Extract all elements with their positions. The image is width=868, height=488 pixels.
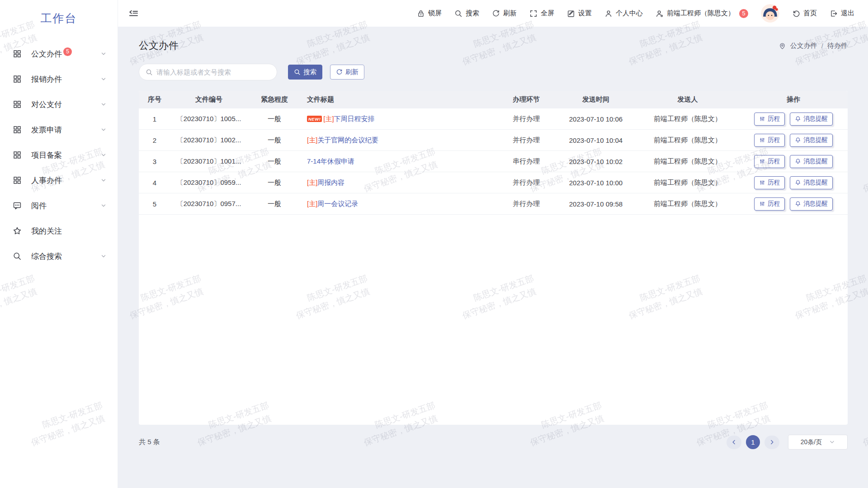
cell-urgency: 一般 (247, 130, 302, 150)
table-body: 1〔20230710〕1005...一般NEW![主]下周日程安排并行办理202… (139, 108, 848, 215)
logout-label: 退出 (841, 9, 854, 18)
history-button[interactable]: 历程 (754, 134, 785, 147)
lock-screen-button[interactable]: 锁屏 (417, 9, 442, 18)
refresh-icon (492, 9, 500, 18)
sidebar-item-label: 公文办件 (31, 49, 62, 59)
column-header-title: 文件标题 (302, 91, 497, 108)
cell-urgency: 一般 (247, 151, 302, 172)
history-button[interactable]: 历程 (754, 176, 785, 189)
action-label: 历程 (768, 136, 780, 144)
sliders-icon (759, 158, 765, 164)
document-title-link[interactable]: 周一会议记录 (317, 200, 358, 208)
current-page-button[interactable]: 1 (746, 435, 760, 449)
cell-actions: 历程消息提醒 (739, 108, 848, 129)
sidebar-item-3[interactable]: 对公支付 (0, 92, 118, 117)
sidebar-item-4[interactable]: 发票申请 (0, 117, 118, 142)
sidebar-item-9[interactable]: 综合搜索 (0, 244, 118, 269)
sidebar-item-6[interactable]: 人事办件 (0, 168, 118, 193)
refresh-button-label: 刷新 (345, 68, 359, 76)
sidebar-item-label: 人事办件 (31, 175, 62, 186)
message-remind-button[interactable]: 消息提醒 (790, 134, 833, 147)
lock-icon (417, 9, 425, 18)
personal-center-button[interactable]: 个人中心 (604, 9, 643, 18)
cell-title: [主]关于官网的会议纪要 (302, 130, 497, 150)
prev-page-button[interactable] (726, 436, 741, 449)
chevron-down-icon (100, 152, 107, 158)
chevron-left-icon (731, 439, 737, 445)
user-notification-badge: 5 (739, 9, 748, 18)
history-button[interactable]: 历程 (754, 197, 785, 211)
sidebar-item-label: 阅件 (31, 201, 47, 211)
total-count: 共 5 条 (139, 438, 160, 446)
message-remind-button[interactable]: 消息提醒 (790, 155, 833, 168)
bell-icon (795, 179, 801, 186)
global-search-button[interactable]: 搜索 (454, 9, 479, 18)
cell-doc_no: 〔20230710〕0959... (170, 172, 247, 193)
cell-actions: 历程消息提醒 (739, 172, 848, 193)
next-page-button[interactable] (764, 436, 779, 449)
cell-step: 并行办理 (497, 130, 556, 150)
sidebar-menu: 公文办件5报销办件对公支付发票申请项目备案人事办件阅件我的关注综合搜索 (0, 41, 118, 269)
document-title-link[interactable]: 关于官网的会议纪要 (317, 136, 378, 145)
avatar[interactable] (761, 4, 779, 23)
message-remind-button[interactable]: 消息提醒 (790, 113, 833, 126)
action-label: 历程 (768, 200, 780, 208)
breadcrumb-item-current[interactable]: 待办件 (827, 42, 848, 50)
document-title-link[interactable]: 7-14年休假申请 (307, 157, 354, 166)
grid-icon (13, 75, 22, 84)
pager: 1 (726, 435, 779, 449)
pager-zone: 1 20条/页 (726, 435, 848, 450)
page-refresh-button[interactable]: 刷新 (492, 9, 517, 18)
sidebar-item-5[interactable]: 项目备案 (0, 142, 118, 168)
sidebar-fold-icon[interactable] (128, 8, 139, 19)
cell-step: 并行办理 (497, 193, 556, 214)
location-pin-icon (778, 42, 786, 50)
chevron-down-icon (100, 202, 107, 209)
column-header-actions: 操作 (739, 91, 848, 108)
history-button[interactable]: 历程 (754, 113, 785, 126)
sidebar-item-8[interactable]: 我的关注 (0, 218, 118, 244)
topbar: 锁屏 搜索 刷新 全屏 设置 (118, 0, 868, 27)
sidebar-item-2[interactable]: 报销办件 (0, 66, 118, 92)
lock-screen-label: 锁屏 (428, 9, 442, 18)
table-row: 1〔20230710〕1005...一般NEW![主]下周日程安排并行办理202… (139, 108, 848, 130)
sidebar-item-badge: 5 (63, 47, 72, 56)
action-label: 历程 (768, 157, 780, 165)
app-root: 工作台 公文办件5报销办件对公支付发票申请项目备案人事办件阅件我的关注综合搜索 … (0, 0, 868, 488)
sidebar: 工作台 公文办件5报销办件对公支付发票申请项目备案人事办件阅件我的关注综合搜索 (0, 0, 118, 488)
chevron-down-icon (100, 127, 107, 133)
home-button[interactable]: 首页 (792, 9, 817, 18)
logout-button[interactable]: 退出 (830, 9, 854, 18)
search-button-label: 搜索 (303, 68, 316, 76)
fullscreen-button[interactable]: 全屏 (529, 9, 554, 18)
grid-icon (13, 100, 22, 109)
table-header-row: 序号文件编号紧急程度文件标题办理环节发送时间发送人操作 (139, 91, 848, 108)
search-button[interactable]: 搜索 (288, 65, 322, 80)
sidebar-item-7[interactable]: 阅件 (0, 193, 118, 218)
breadcrumb-item-root[interactable]: 公文办件 (790, 42, 817, 50)
refresh-button[interactable]: 刷新 (330, 65, 364, 80)
document-title-link[interactable]: 下周日程安排 (334, 115, 375, 123)
cell-seq: 5 (139, 193, 170, 214)
settings-button[interactable]: 设置 (567, 9, 592, 18)
message-remind-button[interactable]: 消息提醒 (790, 197, 833, 211)
message-remind-button[interactable]: 消息提醒 (790, 176, 833, 189)
table-row: 2〔20230710〕1002...一般[主]关于官网的会议纪要并行办理2023… (139, 130, 848, 151)
document-title-link[interactable]: 周报内容 (317, 178, 344, 187)
action-label: 消息提醒 (803, 136, 828, 144)
settings-icon (567, 9, 575, 18)
action-label: 消息提醒 (803, 178, 828, 187)
cell-title: 7-14年休假申请 (302, 151, 497, 172)
home-label: 首页 (803, 9, 817, 18)
page-size-select[interactable]: 20条/页 (788, 435, 848, 450)
sidebar-item-label: 我的关注 (31, 226, 62, 236)
topbar-actions: 锁屏 搜索 刷新 全屏 设置 (417, 4, 854, 23)
breadcrumb: 公文办件 / 待办件 (778, 42, 848, 50)
history-button[interactable]: 历程 (754, 155, 785, 168)
logout-icon (830, 9, 838, 18)
sidebar-item-1[interactable]: 公文办件5 (0, 41, 118, 66)
current-user-button[interactable]: 前端工程师（陈思文） (656, 9, 735, 18)
grid-icon (13, 176, 22, 185)
search-input[interactable] (156, 68, 270, 76)
personal-center-label: 个人中心 (616, 9, 643, 18)
